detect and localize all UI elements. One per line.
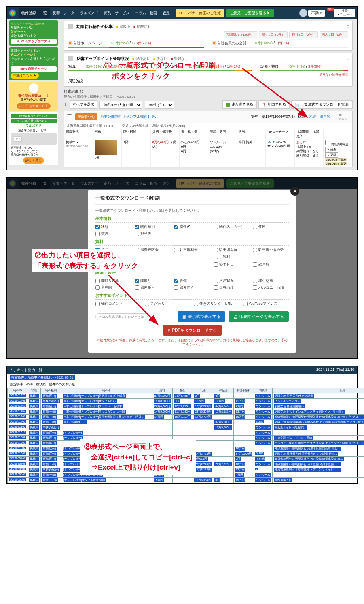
download-print-button[interactable]: 📄一覧形式でダウンロード/印刷: [291, 100, 353, 109]
nav-item-feedback[interactable]: 反響・データ: [50, 8, 77, 18]
check-option[interactable]: 賃料: [95, 247, 131, 253]
check-option[interactable]: 間取り内訳: [95, 278, 131, 283]
table-row[interactable]: 2020061001掲載中店舗(区分)[サンプル物件]居抜き物件の「飲食店テナン…: [8, 451, 364, 457]
check-option[interactable]: 取引態様: [253, 278, 289, 283]
check-option[interactable]: 設備: [174, 278, 210, 283]
gear-icon[interactable]: ⚙: [346, 24, 350, 28]
check-option[interactable]: 任意のリンク（URL）: [194, 301, 240, 306]
checkbox[interactable]: [214, 255, 218, 259]
check-option[interactable]: 消費税区分: [135, 247, 171, 253]
checkbox[interactable]: [135, 225, 139, 229]
check-option[interactable]: 交通: [95, 231, 131, 236]
check-option[interactable]: 手数料: [214, 254, 250, 259]
table-row[interactable]: 2020061100掲載中事務所(区分)17万5,800円ワンルーム男女別トイレ…: [8, 425, 364, 430]
ad-auto-charge[interactable]: 毎回チャージするの めんどくさーい！！ でもチャンスを逃したくない方に NEW …: [9, 47, 58, 80]
checkbox[interactable]: [214, 285, 218, 290]
check-option[interactable]: 部屋向き: [174, 285, 210, 290]
table-row[interactable]: 2020061466掲載中店舗(一棟)※非公開物件[サンプル物件]美容室道路沿に…: [8, 415, 364, 420]
check-option[interactable]: [135, 262, 171, 267]
download-icon[interactable]: ⬇: [64, 102, 67, 107]
checkbox[interactable]: [253, 279, 257, 283]
table-row[interactable]: 2020060963掲載中店舗(区分)[サンプル物件]ラルズコンビニ10万円9万…: [8, 457, 364, 462]
table-row[interactable]: 2020061002掲載中店舗(区分)[サンプル物件]全13室テナント10万円1…: [8, 446, 364, 451]
check-option[interactable]: 物件名: [174, 224, 210, 230]
check-option[interactable]: 物件種別: [135, 224, 171, 230]
checkbox[interactable]: [95, 302, 100, 306]
chip-expired[interactable]: 期限切れ（126件）: [224, 31, 257, 38]
check-option[interactable]: 専有面積: [214, 285, 250, 290]
checkbox[interactable]: [253, 225, 257, 229]
table-row[interactable]: 2020060563掲載中倉庫・工場[サンプル物件]サンプル倉庫 港町15万円1…: [8, 478, 364, 483]
check-option[interactable]: [95, 254, 131, 259]
property-checkbox[interactable]: [67, 114, 72, 119]
table-row[interactable]: 2020061468掲載中店舗(区分)※非公開物件[サンプル物件]ラルズバー 五…: [8, 404, 364, 409]
check-option[interactable]: 担当者: [135, 231, 171, 236]
pdf-download-button[interactable]: ⎘PDFをダウンロードする: [163, 325, 222, 336]
hw-checkbox[interactable]: [325, 140, 330, 145]
check-option[interactable]: バルコニー面積: [253, 285, 289, 290]
nav-item-settings[interactable]: 設定: [160, 8, 173, 18]
check-option[interactable]: [174, 262, 210, 267]
checkbox[interactable]: [95, 248, 100, 252]
nav-item-ads[interactable]: ラルズアド: [77, 8, 101, 18]
modal-close-icon[interactable]: ✕: [290, 187, 299, 196]
notification-icon[interactable]: 99+: [326, 9, 333, 17]
search-menu[interactable]: 検索 メニューへ: [334, 9, 355, 17]
select-all-button[interactable]: すべてを選択: [70, 100, 97, 109]
ad-busy-season[interactable]: 繁忙期の反響UP！！ 集客強化のご提案 こちらもチェック！: [9, 82, 58, 111]
checkbox[interactable]: [135, 279, 139, 283]
table-row[interactable]: 2020061016掲載中店舗(区分)[サンプル物件]ワンルーム: [8, 430, 364, 436]
property-title[interactable]: ※非公開物件【サンプル物件】居…: [100, 114, 159, 119]
csv-hint[interactable]: ? CSV形式で出力したいときは: [95, 313, 148, 320]
checkbox[interactable]: [214, 279, 218, 283]
check-option[interactable]: 築年月日: [214, 262, 250, 267]
print-page-button[interactable]: 🖨印刷用ページを表示する: [229, 311, 289, 322]
table-row[interactable]: 2020060605掲載中店舗(一棟)[サンプル物件] 美摩座サロン劇… 逆にコ…: [8, 462, 364, 467]
checkbox[interactable]: [253, 248, 257, 252]
checkbox[interactable]: [145, 302, 149, 306]
check-option[interactable]: 所在階: [95, 285, 131, 290]
chip-3day[interactable]: 残り3日（0件）: [289, 31, 318, 38]
account-menu[interactable]: 不動 ▾: [308, 10, 325, 17]
check-option[interactable]: 入居状況: [214, 278, 250, 283]
nav-item-products[interactable]: 商品・サービス: [101, 8, 132, 18]
checkbox[interactable]: [214, 225, 218, 229]
check-option[interactable]: [174, 254, 210, 259]
check-option[interactable]: 駐車場空き台数: [253, 247, 289, 253]
table-row[interactable]: 2020060566掲載中店舗(一棟)[サンプル物件]ラルズビル 昭和10万円4…: [8, 472, 364, 478]
check-option[interactable]: 物件名（カナ）: [214, 224, 250, 230]
check-option[interactable]: [135, 254, 171, 259]
table-row[interactable]: 2020061470掲載中店舗(区分)※非公開物件[サンプル物件]居酒屋ラルズ …: [8, 393, 364, 399]
check-option[interactable]: 間取り: [135, 278, 171, 283]
checkbox[interactable]: [214, 262, 218, 267]
user-avatar[interactable]: [299, 9, 307, 17]
check-option[interactable]: 部屋番号: [135, 285, 171, 290]
checkbox[interactable]: [243, 302, 248, 306]
property-menu-icon[interactable]: ☰メニュー: [339, 113, 350, 121]
check-option[interactable]: こだわり: [145, 301, 191, 306]
sort-select[interactable]: 物件IDの大きい順: [99, 101, 142, 109]
ad-ralsad[interactable]: 物件を目立たせたい！ ライバル会社に勝ちたい！ ラルズアド 連合隊の広告サービス…: [9, 112, 58, 165]
nav-item-column[interactable]: コラム・動画: [132, 8, 160, 18]
table-row[interactable]: 2020061465掲載中店舗(一棟)※非公開物件……87万5,000円3LDK…: [8, 420, 364, 425]
edit-button[interactable]: ✎ 編集: [325, 147, 338, 152]
checkbox[interactable]: [253, 285, 257, 290]
update-button[interactable]: ↻ 更新: [325, 152, 338, 158]
checkbox[interactable]: [174, 225, 178, 229]
checkbox[interactable]: [174, 248, 178, 252]
table-view-button[interactable]: ▦表形式で表示する: [178, 311, 225, 322]
checkbox[interactable]: [95, 232, 100, 236]
check-option[interactable]: 総戸数: [253, 262, 289, 267]
nav-item-properties[interactable]: 物件登録・一覧: [19, 8, 50, 18]
chip-1day[interactable]: 残り1日（0件）: [259, 31, 288, 38]
gear-icon[interactable]: ⚙: [346, 56, 350, 60]
checkbox[interactable]: [214, 248, 218, 252]
table-row[interactable]: 2020061469掲載中事務所(区分)※非公開物件[サンプル物件]サンプルビル…: [8, 399, 364, 404]
check-option[interactable]: 物件コメント: [95, 301, 142, 306]
checkbox[interactable]: [135, 248, 139, 252]
check-option[interactable]: 駐車場料金: [174, 247, 210, 253]
ad-step-bonus[interactable]: ラルズアドからのお知らせ 月額チャージは なが〜〜く 続けるほどおトク！ NEW…: [9, 20, 58, 46]
per-page-select[interactable]: 50件ずつ: [145, 101, 174, 109]
checkbox[interactable]: [95, 279, 100, 283]
checkbox[interactable]: [135, 285, 139, 290]
